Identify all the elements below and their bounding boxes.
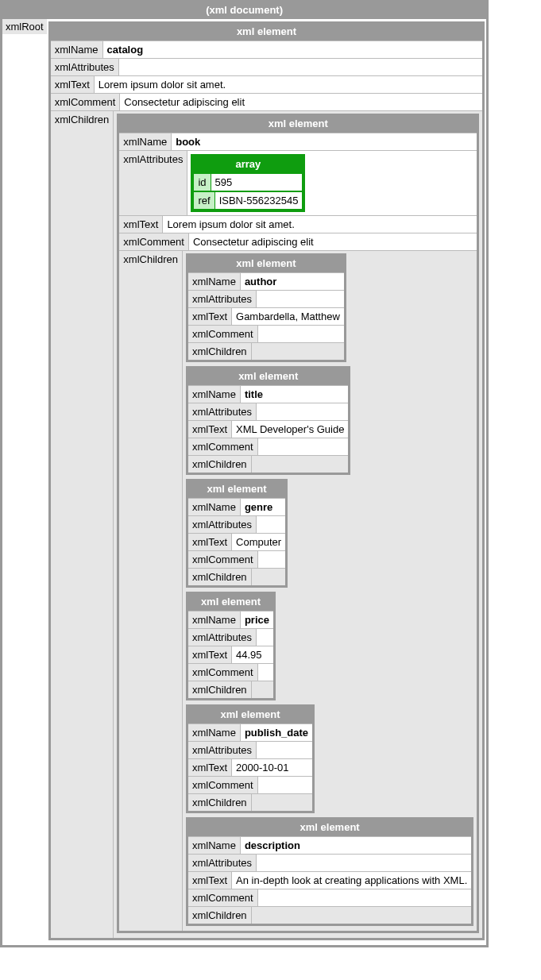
xml-element-book: xml element xmlName book xmlAttributes a… — [117, 114, 479, 933]
leaf-attributes — [257, 291, 344, 307]
field-label: xmlComment — [188, 326, 258, 342]
attr-value: 595 — [211, 173, 303, 191]
field-label: xmlText — [188, 534, 232, 550]
leaf-text: XML Developer's Guide — [232, 421, 348, 438]
field-label: xmlName — [51, 41, 103, 58]
field-label: xmlText — [119, 216, 163, 233]
leaf-text: 2000-10-01 — [232, 759, 312, 776]
field-label: xmlText — [188, 759, 232, 776]
field-label: xmlName — [188, 837, 241, 854]
leaf-name: description — [241, 837, 471, 854]
field-label: xmlAttributes — [51, 59, 119, 75]
field-label: xmlChildren — [188, 569, 252, 585]
field-label: xmlText — [188, 308, 232, 325]
xml-element-header: xml element — [188, 707, 312, 723]
field-label: xmlComment — [188, 664, 258, 681]
leaf-attributes — [257, 629, 273, 646]
leaf-name: genre — [241, 499, 285, 515]
xml-element-header: xml element — [188, 820, 471, 836]
leaf-children — [252, 794, 312, 811]
leaf-attributes — [257, 403, 348, 420]
leaf-name: title — [241, 386, 349, 403]
catalog-comment: Consectetur adipiscing elit — [120, 94, 482, 110]
field-label: xmlAttributes — [188, 516, 257, 533]
field-label: xmlChildren — [188, 343, 252, 360]
xml-element-header: xml element — [188, 256, 344, 272]
field-label: xmlText — [188, 646, 232, 663]
leaf-name: price — [241, 612, 273, 628]
leaf-text: Gambardella, Matthew — [232, 308, 344, 325]
leaf-comment — [258, 664, 273, 681]
field-label: xmlName — [188, 273, 241, 290]
field-label: xmlChildren — [188, 907, 252, 924]
field-label: xmlText — [188, 872, 232, 889]
array-header: array — [193, 156, 303, 173]
field-label: xmlAttributes — [188, 291, 257, 307]
catalog-text: Lorem ipsum dolor sit amet. — [95, 76, 483, 93]
field-label: xmlComment — [119, 233, 189, 250]
xml-root-label: xmlRoot — [2, 19, 47, 34]
field-label: xmlAttributes — [188, 855, 257, 871]
xml-element-leaf: xml elementxmlNamedescriptionxmlAttribut… — [186, 817, 473, 926]
xml-element-catalog: xml element xmlName catalog xmlAttribute… — [48, 21, 485, 940]
leaf-attributes — [257, 855, 471, 871]
field-label: xmlName — [188, 724, 241, 741]
catalog-name: catalog — [103, 41, 483, 58]
leaf-children — [252, 907, 472, 924]
leaf-comment — [258, 326, 344, 342]
leaf-name: publish_date — [241, 724, 312, 741]
field-label: xmlName — [119, 133, 172, 150]
xml-element-header: xml element — [188, 368, 348, 385]
field-label: xmlComment — [188, 889, 258, 906]
field-label: xmlAttributes — [188, 629, 257, 646]
field-label: xmlComment — [188, 777, 258, 793]
field-label: xmlChildren — [188, 794, 252, 811]
xml-element-leaf: xml elementxmlNamegenrexmlAttributesxmlT… — [186, 479, 288, 588]
attr-value: ISBN-556232545 — [214, 191, 303, 210]
xml-element-leaf: xml elementxmlNamepricexmlAttributesxmlT… — [186, 592, 276, 700]
field-label: xmlText — [188, 421, 232, 438]
field-label: xmlText — [51, 76, 95, 93]
book-text: Lorem ipsum dolor sit amet. — [163, 216, 477, 233]
attr-key: id — [193, 173, 210, 191]
field-label: xmlAttributes — [188, 403, 257, 420]
leaf-text: An in-depth look at creating application… — [232, 872, 471, 889]
xml-element-leaf: xml elementxmlNamepublish_datexmlAttribu… — [186, 704, 315, 813]
field-label: xmlName — [188, 499, 241, 515]
field-label: xmlName — [188, 386, 241, 403]
attr-key: ref — [193, 191, 214, 210]
field-label: xmlChildren — [119, 251, 183, 931]
xml-element-leaf: xml elementxmlNameauthorxmlAttributesxml… — [186, 253, 346, 362]
field-label: xmlAttributes — [188, 742, 257, 758]
leaf-comment — [258, 438, 349, 455]
attributes-array: array id 595 ref — [191, 154, 305, 212]
xml-element-leaf: xml elementxmlNametitlexmlAttributesxmlT… — [186, 366, 350, 475]
book-comment: Consectetur adipiscing elit — [189, 233, 477, 250]
attr-row: ref ISBN-556232545 — [193, 191, 303, 210]
field-label: xmlComment — [51, 94, 121, 110]
field-label: xmlChildren — [188, 456, 252, 473]
leaf-children — [252, 456, 349, 473]
xml-element-header: xml element — [188, 481, 285, 498]
leaf-children — [252, 681, 273, 698]
leaf-comment — [258, 889, 472, 906]
attr-row: id 595 — [193, 173, 303, 191]
leaf-comment — [258, 777, 313, 793]
field-label: xmlChildren — [188, 681, 252, 698]
field-label: xmlAttributes — [119, 151, 187, 215]
xml-element-header: xml element — [188, 594, 273, 611]
xml-document-header: (xml document) — [2, 2, 486, 19]
leaf-comment — [258, 551, 286, 568]
book-name: book — [172, 133, 477, 150]
leaf-children — [252, 569, 286, 585]
leaf-children — [252, 343, 344, 360]
field-label: xmlComment — [188, 551, 258, 568]
leaf-name: author — [241, 273, 344, 290]
xml-element-header: xml element — [51, 24, 483, 41]
field-label: xmlComment — [188, 438, 258, 455]
field-label: xmlName — [188, 612, 241, 628]
leaf-attributes — [257, 742, 312, 758]
xml-document-container: (xml document) xmlRoot xml element xmlNa… — [0, 0, 489, 947]
field-label: xmlChildren — [51, 111, 114, 938]
catalog-attributes — [119, 59, 482, 75]
